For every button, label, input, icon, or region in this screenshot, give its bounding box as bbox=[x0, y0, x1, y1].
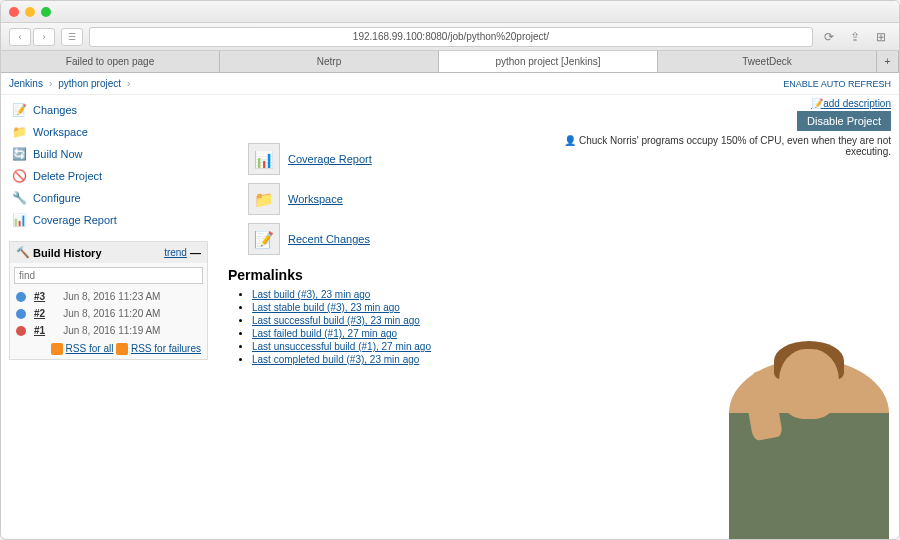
recent-changes-main-link[interactable]: Recent Changes bbox=[288, 233, 370, 245]
tab-1[interactable]: Netrp bbox=[220, 51, 439, 72]
permalink-item: Last build (#3), 23 min ago bbox=[252, 289, 887, 300]
coverage-report-main-link[interactable]: Coverage Report bbox=[288, 153, 372, 165]
status-ball-icon bbox=[16, 292, 26, 302]
sidebar-item-label: Changes bbox=[33, 104, 77, 116]
build-now-icon: 🔄 bbox=[11, 146, 27, 162]
permalink-link[interactable]: Last build (#3), 23 min ago bbox=[252, 289, 370, 300]
workspace-main-icon: 📁 bbox=[248, 183, 280, 215]
enable-auto-refresh-link[interactable]: ENABLE AUTO REFRESH bbox=[783, 79, 891, 89]
build-date: Jun 8, 2016 11:19 AM bbox=[63, 325, 160, 336]
sidebar-toggle-button[interactable]: ☰ bbox=[61, 28, 83, 46]
rss-all-link[interactable]: RSS for all bbox=[66, 343, 114, 354]
sidebar-item-coverage-report[interactable]: 📊Coverage Report bbox=[9, 209, 208, 231]
breadcrumb-project[interactable]: python project bbox=[58, 78, 121, 89]
permalink-link[interactable]: Last failed build (#1), 27 min ago bbox=[252, 328, 397, 339]
window-controls bbox=[9, 7, 51, 17]
sidebar: 📝Changes📁Workspace🔄Build Now🚫Delete Proj… bbox=[1, 95, 216, 539]
minimize-icon[interactable] bbox=[25, 7, 35, 17]
sidebar-item-label: Configure bbox=[33, 192, 81, 204]
sidebar-item-changes[interactable]: 📝Changes bbox=[9, 99, 208, 121]
forward-button[interactable]: › bbox=[33, 28, 55, 46]
chuck-norris-quote: 👤 Chuck Norris' programs occupy 150% of … bbox=[551, 135, 891, 157]
tabs-icon[interactable]: ⊞ bbox=[871, 28, 891, 46]
chevron-right-icon: › bbox=[127, 78, 130, 89]
main: 📝add description Disable Project 👤 Chuck… bbox=[216, 95, 899, 539]
rss-failures-link[interactable]: RSS for failures bbox=[131, 343, 201, 354]
permalink-link[interactable]: Last completed build (#3), 23 min ago bbox=[252, 354, 419, 365]
build-number: #3 bbox=[34, 291, 45, 302]
build-find-input[interactable] bbox=[14, 267, 203, 284]
build-date: Jun 8, 2016 11:23 AM bbox=[63, 291, 160, 302]
rss-icon bbox=[116, 343, 128, 355]
permalink-item: Last stable build (#3), 23 min ago bbox=[252, 302, 887, 313]
chuck-icon: 👤 bbox=[564, 135, 576, 146]
configure-icon: 🔧 bbox=[11, 190, 27, 206]
build-history-panel: 🔨 Build History trend — #3Jun 8, 2016 11… bbox=[9, 241, 208, 360]
permalink-item: Last successful build (#3), 23 min ago bbox=[252, 315, 887, 326]
workspace-main: 📁Workspace bbox=[248, 183, 887, 215]
coverage-report-main-icon: 📊 bbox=[248, 143, 280, 175]
recent-changes-main: 📝Recent Changes bbox=[248, 223, 887, 255]
rss-icon bbox=[51, 343, 63, 355]
status-ball-icon bbox=[16, 309, 26, 319]
recent-changes-main-icon: 📝 bbox=[248, 223, 280, 255]
tab-3[interactable]: TweetDeck bbox=[658, 51, 877, 72]
edit-icon: 📝 bbox=[811, 98, 823, 109]
coverage-report-icon: 📊 bbox=[11, 212, 27, 228]
permalink-link[interactable]: Last successful build (#3), 23 min ago bbox=[252, 315, 420, 326]
build-number: #1 bbox=[34, 325, 45, 336]
sidebar-item-workspace[interactable]: 📁Workspace bbox=[9, 121, 208, 143]
build-history-header: 🔨 Build History trend — bbox=[10, 242, 207, 263]
url-bar[interactable]: 192.168.99.100:8080/job/python%20project… bbox=[89, 27, 813, 47]
build-icon: 🔨 bbox=[16, 246, 30, 259]
tab-2[interactable]: python project [Jenkins] bbox=[439, 51, 658, 72]
build-row[interactable]: #2Jun 8, 2016 11:20 AM bbox=[10, 305, 207, 322]
delete-project-icon: 🚫 bbox=[11, 168, 27, 184]
browser-window: ‹ › ☰ 192.168.99.100:8080/job/python%20p… bbox=[0, 0, 900, 540]
sidebar-item-configure[interactable]: 🔧Configure bbox=[9, 187, 208, 209]
toolbar: ‹ › ☰ 192.168.99.100:8080/job/python%20p… bbox=[1, 23, 899, 51]
breadcrumb-root[interactable]: Jenkins bbox=[9, 78, 43, 89]
workspace-icon: 📁 bbox=[11, 124, 27, 140]
trend-link[interactable]: trend bbox=[164, 247, 187, 258]
chevron-right-icon: › bbox=[49, 78, 52, 89]
permalink-link[interactable]: Last stable build (#3), 23 min ago bbox=[252, 302, 400, 313]
top-actions: 📝add description Disable Project 👤 Chuck… bbox=[551, 97, 891, 157]
new-tab-button[interactable]: + bbox=[877, 51, 899, 72]
sidebar-item-build-now[interactable]: 🔄Build Now bbox=[9, 143, 208, 165]
sidebar-item-delete-project[interactable]: 🚫Delete Project bbox=[9, 165, 208, 187]
collapse-icon[interactable]: — bbox=[187, 247, 201, 259]
close-icon[interactable] bbox=[9, 7, 19, 17]
tab-0[interactable]: Failed to open page bbox=[1, 51, 220, 72]
reload-icon[interactable]: ⟳ bbox=[819, 28, 839, 46]
add-description-link[interactable]: 📝add description bbox=[811, 98, 891, 109]
build-row[interactable]: #1Jun 8, 2016 11:19 AM bbox=[10, 322, 207, 339]
chuck-norris-image bbox=[729, 359, 889, 539]
share-icon[interactable]: ⇪ bbox=[845, 28, 865, 46]
workspace-main-link[interactable]: Workspace bbox=[288, 193, 343, 205]
disable-project-button[interactable]: Disable Project bbox=[797, 111, 891, 131]
permalink-item: Last failed build (#1), 27 min ago bbox=[252, 328, 887, 339]
status-ball-icon bbox=[16, 326, 26, 336]
permalink-link[interactable]: Last unsuccessful build (#1), 27 min ago bbox=[252, 341, 431, 352]
rss-row: RSS for all RSS for failures bbox=[10, 339, 207, 359]
build-date: Jun 8, 2016 11:20 AM bbox=[63, 308, 160, 319]
sidebar-item-label: Delete Project bbox=[33, 170, 102, 182]
build-number: #2 bbox=[34, 308, 45, 319]
build-row[interactable]: #3Jun 8, 2016 11:23 AM bbox=[10, 288, 207, 305]
breadcrumb: Jenkins › python project › ENABLE AUTO R… bbox=[1, 73, 899, 95]
sidebar-item-label: Workspace bbox=[33, 126, 88, 138]
permalinks-title: Permalinks bbox=[228, 267, 887, 283]
changes-icon: 📝 bbox=[11, 102, 27, 118]
tab-bar: Failed to open page Netrp python project… bbox=[1, 51, 899, 73]
titlebar bbox=[1, 1, 899, 23]
build-history-title: Build History bbox=[33, 247, 101, 259]
sidebar-item-label: Coverage Report bbox=[33, 214, 117, 226]
sidebar-item-label: Build Now bbox=[33, 148, 83, 160]
back-button[interactable]: ‹ bbox=[9, 28, 31, 46]
content: 📝Changes📁Workspace🔄Build Now🚫Delete Proj… bbox=[1, 95, 899, 539]
maximize-icon[interactable] bbox=[41, 7, 51, 17]
